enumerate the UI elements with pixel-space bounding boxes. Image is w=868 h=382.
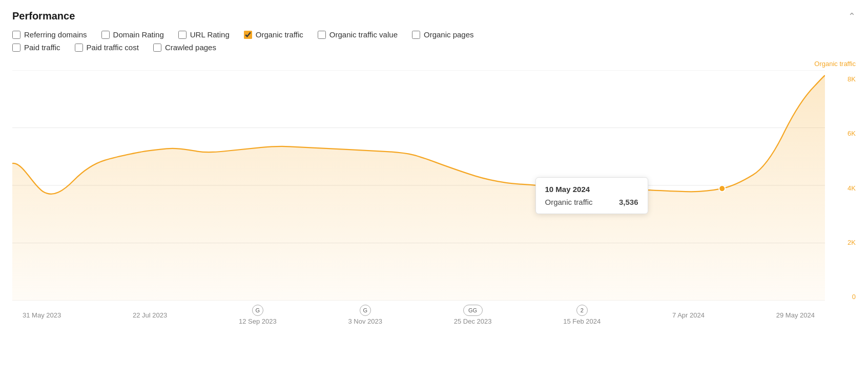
google-marker: G: [252, 305, 263, 316]
y-axis-label: Organic traffic: [814, 60, 856, 68]
y-tick-8K: 8K: [848, 75, 856, 83]
tooltip-dot: [719, 185, 725, 192]
y-tick-4K: 4K: [848, 184, 856, 192]
x-tick-label: 12 Sep 2023: [239, 317, 277, 325]
checkbox-label-url-rating: URL Rating: [190, 30, 230, 39]
x-tick-label: 3 Nov 2023: [348, 317, 382, 325]
x-tick: 29 May 2024: [776, 311, 815, 319]
x-tick-label: 29 May 2024: [776, 311, 815, 319]
y-axis-values: 8K6K4K2K0: [830, 75, 856, 301]
y-tick-6K: 6K: [848, 130, 856, 137]
checkbox-input-domain-rating[interactable]: [101, 31, 110, 39]
google-marker: GG: [463, 305, 483, 316]
chart-fill: [12, 75, 825, 301]
x-tick-label: 22 Jul 2023: [133, 311, 167, 319]
checkbox-input-paid-traffic[interactable]: [12, 44, 20, 52]
checkbox-paid-traffic[interactable]: Paid traffic: [12, 43, 60, 52]
chart-area: [12, 70, 825, 301]
checkbox-organic-traffic-value[interactable]: Organic traffic value: [318, 30, 398, 39]
x-tick: 22 Jul 2023: [133, 311, 167, 319]
checkbox-input-organic-traffic[interactable]: [244, 31, 252, 39]
checkbox-label-organic-traffic-value: Organic traffic value: [329, 30, 398, 39]
checkboxes-row-2: Paid trafficPaid traffic costCrawled pag…: [12, 43, 856, 52]
checkboxes-row-1: Referring domainsDomain RatingURL Rating…: [12, 30, 856, 39]
checkbox-domain-rating[interactable]: Domain Rating: [101, 30, 164, 39]
checkbox-input-paid-traffic-cost[interactable]: [75, 44, 83, 52]
x-tick: 7 Apr 2024: [672, 311, 705, 319]
tooltip-metric-row: Organic traffic 3,536: [545, 198, 638, 206]
collapse-button[interactable]: ⌃: [848, 11, 856, 22]
checkbox-label-referring-domains: Referring domains: [24, 30, 87, 39]
tooltip-metric: Organic traffic: [545, 198, 593, 206]
x-tick-label: 15 Feb 2024: [563, 317, 601, 325]
page-title: Performance: [12, 10, 75, 22]
x-tick: 215 Feb 2024: [563, 305, 601, 325]
x-tick-label: 25 Dec 2023: [454, 317, 492, 325]
y-tick-2K: 2K: [848, 239, 856, 246]
chart-svg: [12, 70, 825, 301]
checkbox-input-url-rating[interactable]: [178, 31, 187, 39]
checkbox-label-crawled-pages: Crawled pages: [165, 43, 216, 52]
checkbox-organic-pages[interactable]: Organic pages: [412, 30, 474, 39]
checkbox-label-organic-pages: Organic pages: [424, 30, 474, 39]
checkbox-crawled-pages[interactable]: Crawled pages: [153, 43, 216, 52]
tooltip-value: 3,536: [619, 198, 638, 206]
x-axis: 31 May 202322 Jul 2023G12 Sep 2023G3 Nov…: [12, 304, 825, 326]
checkbox-paid-traffic-cost[interactable]: Paid traffic cost: [75, 43, 139, 52]
checkbox-url-rating[interactable]: URL Rating: [178, 30, 230, 39]
checkbox-label-organic-traffic: Organic traffic: [256, 30, 303, 39]
google-marker: 2: [576, 305, 588, 316]
checkbox-referring-domains[interactable]: Referring domains: [12, 30, 87, 39]
checkbox-input-crawled-pages[interactable]: [153, 44, 161, 52]
chart-tooltip: 10 May 2024 Organic traffic 3,536: [535, 177, 648, 214]
checkbox-input-referring-domains[interactable]: [12, 31, 20, 39]
checkbox-input-organic-pages[interactable]: [412, 31, 420, 39]
x-tick: G12 Sep 2023: [239, 305, 277, 325]
x-tick: 31 May 2023: [23, 311, 61, 319]
tooltip-date: 10 May 2024: [545, 185, 638, 194]
y-tick-0: 0: [852, 293, 856, 301]
checkbox-input-organic-traffic-value[interactable]: [318, 31, 326, 39]
x-tick: GG25 Dec 2023: [454, 305, 492, 325]
checkbox-label-paid-traffic-cost: Paid traffic cost: [87, 43, 139, 52]
checkbox-label-paid-traffic: Paid traffic: [24, 43, 60, 52]
x-tick: G3 Nov 2023: [348, 305, 382, 325]
performance-chart: Organic traffic 8K6K4K2K0: [12, 60, 856, 326]
checkbox-label-domain-rating: Domain Rating: [113, 30, 164, 39]
x-tick-label: 31 May 2023: [23, 311, 61, 319]
google-marker: G: [360, 305, 371, 316]
x-tick-label: 7 Apr 2024: [672, 311, 705, 319]
checkbox-organic-traffic[interactable]: Organic traffic: [244, 30, 303, 39]
